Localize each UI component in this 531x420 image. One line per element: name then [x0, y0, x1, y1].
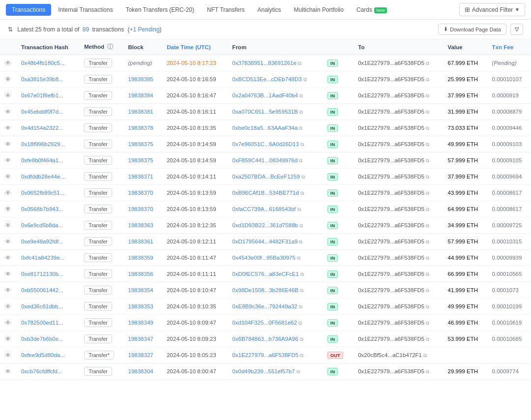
tx-hash-link[interactable]: 0xe9e48a92fdf... — [21, 239, 63, 244]
copy-to-icon[interactable]: ⧉ — [423, 353, 427, 358]
from-address-link[interactable]: 0xfaCC739A...6168543bf — [232, 206, 295, 212]
block-link[interactable]: 19838381 — [128, 109, 153, 115]
eye-icon[interactable]: 👁 — [5, 108, 11, 116]
copy-to-icon[interactable]: ⧉ — [426, 158, 429, 163]
eye-icon[interactable]: 👁 — [5, 368, 11, 375]
column-filter-button[interactable]: ▽ — [510, 24, 523, 35]
eye-icon[interactable]: 👁 — [5, 157, 11, 164]
block-link[interactable]: 19838359 — [128, 255, 153, 261]
tx-hash-link[interactable]: 0xfe8b0f464a1... — [21, 157, 63, 163]
eye-icon[interactable]: 👁 — [5, 173, 11, 180]
from-address-link[interactable]: 0xD1795644...4482F31a9 — [232, 239, 297, 244]
tx-hash-link[interactable]: 0xb3de7b6b0e... — [21, 336, 63, 342]
nav-tab-cards[interactable]: CardsNew — [351, 4, 393, 16]
copy-from-icon[interactable]: ⧉ — [299, 109, 303, 115]
block-link[interactable]: 19838375 — [128, 141, 153, 147]
block-link[interactable]: 19838385 — [128, 76, 153, 82]
block-link[interactable]: 19838370 — [128, 190, 153, 196]
copy-to-icon[interactable]: ⧉ — [426, 255, 429, 261]
copy-to-icon[interactable]: ⧉ — [426, 304, 429, 309]
from-address-link[interactable]: 0x1E227979...a6F538FD5 — [232, 352, 298, 358]
copy-to-icon[interactable]: ⧉ — [426, 336, 429, 342]
tx-hash-link[interactable]: 0x67e01f8efb1... — [21, 92, 63, 98]
from-address-link[interactable]: 0xD0fEC576...a83eCFcE1 — [232, 271, 299, 277]
eye-icon[interactable]: 👁 — [5, 335, 11, 343]
from-address-link[interactable]: 0xa070C651...5e959531B — [232, 109, 298, 115]
eye-icon[interactable]: 👁 — [5, 319, 11, 327]
block-link[interactable]: 19838356 — [128, 271, 153, 277]
copy-to-icon[interactable]: ⧉ — [426, 109, 429, 115]
from-address-link[interactable]: 0xd1D93B22...361d7588b — [232, 222, 298, 228]
tx-hash-link[interactable]: 0xe81712130b... — [21, 271, 63, 277]
from-address-link[interactable]: 0x0d49b239...551ef57b7 — [232, 368, 295, 374]
eye-icon[interactable]: 👁 — [5, 92, 11, 99]
advanced-filter-button[interactable]: ⊞ Advanced Filter ▼ — [459, 3, 525, 16]
copy-from-icon[interactable]: ⧉ — [299, 239, 302, 244]
from-address-link[interactable]: 0x37838951...83691261e — [232, 60, 296, 66]
from-address-link[interactable]: 0x2a04763B...1AadF40b4 — [232, 92, 298, 98]
copy-to-icon[interactable]: ⧉ — [426, 60, 429, 66]
copy-from-icon[interactable]: ⧉ — [303, 77, 307, 82]
eye-icon[interactable]: 👁 — [5, 254, 11, 262]
tx-hash-link[interactable]: 0x0568b7b943... — [21, 206, 63, 212]
block-link[interactable]: 19838384 — [128, 92, 153, 98]
eye-icon[interactable]: 👁 — [5, 352, 11, 359]
pending-link[interactable]: +1 Pending — [130, 26, 160, 33]
eye-icon[interactable]: 👁 — [5, 60, 11, 67]
tx-hash-link[interactable]: 0x782500ed11... — [21, 320, 63, 326]
copy-from-icon[interactable]: ⧉ — [300, 336, 303, 342]
nav-tab-analytics[interactable]: Analytics — [252, 4, 287, 16]
copy-from-icon[interactable]: ⧉ — [299, 158, 302, 163]
eye-icon[interactable]: 👁 — [5, 238, 11, 245]
copy-from-icon[interactable]: ⧉ — [298, 60, 301, 66]
nav-tab-multichain-portfolio[interactable]: Multichain Portfolio — [288, 4, 350, 16]
copy-from-icon[interactable]: ⧉ — [299, 304, 302, 309]
copy-to-icon[interactable]: ⧉ — [426, 223, 429, 228]
tx-hash-link[interactable]: 0x48b4fb180c5... — [21, 60, 64, 66]
eye-icon[interactable]: 👁 — [5, 270, 11, 278]
from-address-link[interactable]: 0xbe0c18a5...63AAaF34a — [232, 125, 297, 131]
copy-from-icon[interactable]: ⧉ — [301, 174, 305, 180]
eye-icon[interactable]: 👁 — [5, 76, 11, 83]
tx-hash-link[interactable]: 0x6e9cd5b8da... — [21, 222, 63, 228]
tx-hash-link[interactable]: 0xed36c61dbb... — [21, 303, 63, 309]
from-address-link[interactable]: 0xd104F325...0F5681e62 — [232, 320, 297, 326]
tx-hash-link[interactable]: 0xa3815e39b8... — [21, 76, 63, 82]
total-count-link[interactable]: 89 — [83, 26, 89, 33]
copy-from-icon[interactable]: ⧉ — [300, 353, 303, 358]
copy-from-icon[interactable]: ⧉ — [297, 255, 300, 261]
block-link[interactable]: 19838347 — [128, 336, 153, 342]
copy-from-icon[interactable]: ⧉ — [299, 223, 303, 228]
from-address-link[interactable]: 0x6B784863...b736A9A96 — [232, 336, 298, 342]
tx-hash-link[interactable]: 0x4d154a2322... — [21, 125, 63, 131]
copy-from-icon[interactable]: ⧉ — [298, 320, 302, 326]
copy-from-icon[interactable]: ⧉ — [297, 207, 301, 212]
copy-from-icon[interactable]: ⧉ — [300, 190, 304, 196]
from-address-link[interactable]: 0xBCD513Ee...cDEb748D3 — [232, 76, 301, 82]
tx-hash-link[interactable]: 0xfc41a84239e... — [21, 255, 64, 261]
copy-to-icon[interactable]: ⧉ — [426, 207, 429, 212]
block-link[interactable]: 19838327 — [128, 352, 153, 358]
nav-tab-nft-transfers[interactable]: NFT Transfers — [201, 4, 250, 16]
copy-to-icon[interactable]: ⧉ — [426, 93, 429, 98]
tx-hash-link[interactable]: 0xfee9d5d80da... — [21, 352, 65, 358]
copy-to-icon[interactable]: ⧉ — [426, 142, 429, 147]
nav-tab-internal-transactions[interactable]: Internal Transactions — [52, 4, 118, 16]
copy-to-icon[interactable]: ⧉ — [426, 271, 429, 277]
eye-icon[interactable]: 👁 — [5, 124, 11, 132]
copy-to-icon[interactable]: ⧉ — [426, 77, 429, 82]
block-link[interactable]: 19838371 — [128, 174, 153, 180]
copy-from-icon[interactable]: ⧉ — [299, 125, 302, 131]
from-address-link[interactable]: 0xa2507BDA...BcEeF1259 — [232, 174, 299, 180]
eye-icon[interactable]: 👁 — [5, 287, 11, 294]
copy-from-icon[interactable]: ⧉ — [300, 142, 304, 147]
eye-icon[interactable]: 👁 — [5, 189, 11, 197]
tx-hash-link[interactable]: 0x0652fb99c51... — [21, 190, 64, 196]
from-address-link[interactable]: 0x4543e00f...95Ba30975 — [232, 255, 295, 261]
method-info-icon[interactable]: ⓘ — [107, 44, 113, 50]
block-link[interactable]: 19838375 — [128, 157, 153, 163]
tx-hash-link[interactable]: 0x45ebddf0f7d... — [21, 109, 63, 115]
from-address-link[interactable]: 0x7e96051C...6A0d26D13 — [232, 141, 299, 147]
block-link[interactable]: 19838349 — [128, 320, 153, 326]
copy-to-icon[interactable]: ⧉ — [426, 288, 429, 293]
